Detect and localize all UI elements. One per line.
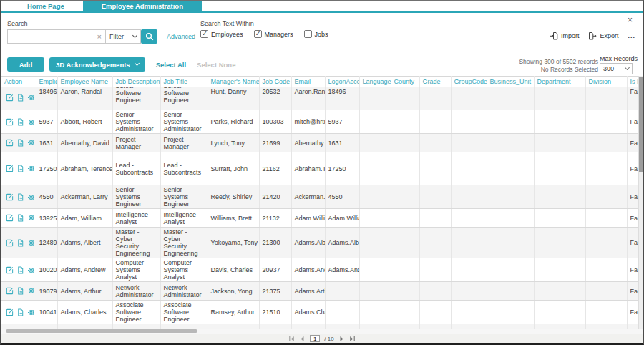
column-header-job-description[interactable]: Job Description [112, 77, 160, 87]
column-header-business-unit[interactable]: Business_Unit [487, 77, 534, 87]
checkbox-label: Jobs [315, 31, 328, 38]
gear-icon[interactable] [27, 165, 35, 172]
table-row: 13925Adam, WilliamIntelligence AnalystIn… [1, 209, 641, 228]
column-header-department[interactable]: Department [534, 77, 585, 87]
advanced-link[interactable]: Advanced [167, 33, 195, 40]
search-within-employees[interactable]: Employees [200, 30, 243, 38]
edit-icon[interactable] [6, 193, 14, 201]
search-within-label: Search Text Within [200, 20, 328, 27]
copy-document-icon[interactable] [16, 193, 24, 201]
more-options-button[interactable]: ... [628, 32, 635, 39]
horizontal-scrollbar[interactable] [1, 329, 643, 334]
column-header-action[interactable]: Action [1, 77, 36, 87]
checkbox-icon[interactable] [304, 30, 312, 38]
gear-icon[interactable] [27, 193, 35, 201]
close-icon[interactable]: × [628, 16, 633, 24]
column-header-email[interactable]: Email [291, 77, 325, 87]
gear-icon[interactable] [27, 239, 35, 247]
copy-document-icon[interactable] [16, 94, 24, 102]
cell-name: Aaron, Randal [57, 87, 112, 110]
filter-dropdown[interactable]: Filter [106, 29, 141, 44]
page-number-input[interactable] [310, 335, 320, 342]
cell-job_title: Associate Software Engineer [160, 301, 208, 324]
export-label: Export [600, 32, 618, 39]
column-header-job-title[interactable]: Job Title [160, 77, 208, 87]
cell-emplid: 13925 [36, 209, 57, 228]
edit-icon[interactable] [6, 165, 14, 172]
cell-logon: Adams.Albert@hrt [325, 228, 359, 258]
edit-icon[interactable] [6, 94, 14, 102]
edit-icon[interactable] [6, 308, 14, 316]
cell-job_desc: Network Administrator [112, 282, 160, 301]
cell-language [359, 228, 391, 258]
prev-page-button[interactable] [299, 336, 306, 342]
cell-group_code [451, 185, 487, 209]
cell-business_unit [487, 134, 534, 152]
select-all-link[interactable]: Select All [156, 61, 186, 69]
column-header-emplid[interactable]: Emplid [36, 77, 57, 87]
cell-county [391, 87, 419, 110]
cell-grade [419, 209, 451, 228]
gear-icon[interactable] [27, 214, 35, 222]
copy-document-icon[interactable] [16, 266, 24, 274]
cell-language [359, 301, 391, 324]
gear-icon[interactable] [27, 139, 35, 147]
copy-document-icon[interactable] [16, 118, 24, 126]
tab-employee-administration[interactable]: Employee Administration [83, 1, 202, 11]
cell-email: Abraham.Ter [291, 152, 325, 185]
vertical-scrollbar[interactable] [638, 76, 643, 329]
copy-document-icon[interactable] [16, 287, 24, 295]
horizontal-scrollbar-thumb[interactable] [6, 329, 197, 333]
cell-manager: Ramsey, Arthur [208, 301, 259, 324]
next-page-button[interactable] [338, 336, 345, 342]
cell-action [1, 87, 36, 110]
vertical-scrollbar-thumb[interactable] [639, 77, 643, 172]
search-within-managers[interactable]: Managers [254, 30, 293, 38]
column-header-job-code[interactable]: Job Code [259, 77, 291, 87]
search-input[interactable] [8, 33, 94, 40]
edit-icon[interactable] [6, 214, 14, 222]
column-header-employee-name[interactable]: Employee Name [57, 77, 112, 87]
copy-document-icon[interactable] [16, 239, 24, 247]
bulk-actions-dropdown[interactable]: 3D Acknowledgements [49, 57, 145, 72]
checkbox-icon[interactable] [254, 30, 262, 38]
copy-document-icon[interactable] [16, 165, 24, 172]
gear-icon[interactable] [27, 266, 35, 274]
edit-icon[interactable] [6, 118, 14, 126]
gear-icon[interactable] [27, 308, 35, 316]
edit-icon[interactable] [6, 139, 14, 147]
cell-language [359, 110, 391, 134]
cell-grade [419, 185, 451, 209]
edit-icon[interactable] [6, 266, 14, 274]
column-header-logonaccount[interactable]: LogonAccount [325, 77, 359, 87]
add-button[interactable]: Add [7, 57, 44, 72]
column-header-groupcode[interactable]: GroupCode [451, 77, 487, 87]
table-row: 19079Adams, ArthurNetwork AdministratorN… [1, 282, 641, 301]
first-page-button[interactable] [288, 336, 295, 342]
clear-search-icon[interactable]: × [94, 33, 105, 41]
search-button[interactable] [141, 29, 157, 44]
copy-document-icon[interactable] [16, 139, 24, 147]
gear-icon[interactable] [27, 94, 35, 102]
column-header-language[interactable]: Language [359, 77, 391, 87]
column-header-division[interactable]: Division [585, 77, 627, 87]
max-records-select[interactable]: 300 [600, 63, 633, 74]
cell-job_desc: Associate Software Engineer [112, 301, 160, 324]
gear-icon[interactable] [27, 118, 35, 126]
search-within-jobs[interactable]: Jobs [304, 30, 328, 38]
cell-emplid: 18496 [36, 87, 57, 110]
column-header-county[interactable]: County [391, 77, 419, 87]
copy-document-icon[interactable] [16, 214, 24, 222]
column-header-manager-s-name[interactable]: Manager's Name [208, 77, 259, 87]
gear-icon[interactable] [27, 287, 35, 295]
import-button[interactable]: Import [550, 31, 580, 40]
tab-home-page[interactable]: Home Page [9, 1, 83, 11]
last-page-button[interactable] [349, 336, 356, 342]
export-button[interactable]: Export [588, 31, 618, 40]
edit-icon[interactable] [6, 287, 14, 295]
column-header-grade[interactable]: Grade [419, 77, 451, 87]
copy-document-icon[interactable] [16, 308, 24, 316]
edit-icon[interactable] [6, 239, 14, 247]
cell-job_code: 21699 [259, 134, 291, 152]
checkbox-icon[interactable] [200, 30, 208, 38]
